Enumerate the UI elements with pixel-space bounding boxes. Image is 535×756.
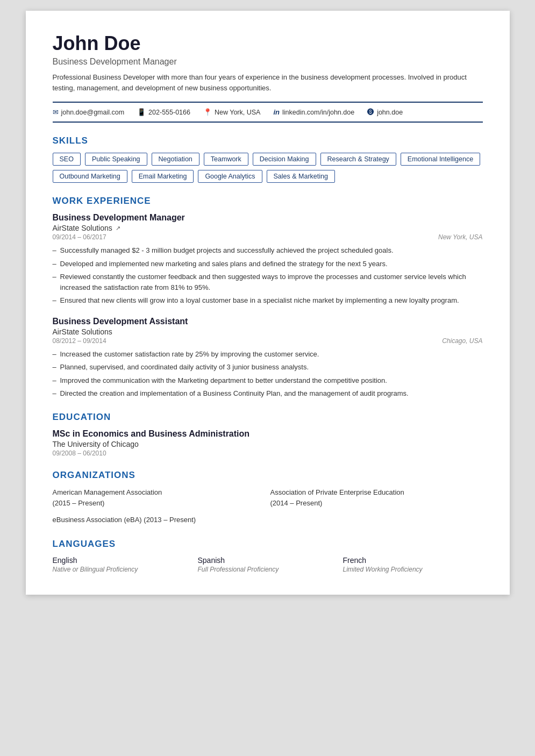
candidate-summary: Professional Business Developer with mor…	[53, 72, 483, 93]
organizations-section: ORGANIZATIONS American Management Associ…	[53, 470, 483, 526]
job-bullets: Increased the customer satisfaction rate…	[53, 349, 483, 399]
contact-email: ✉ john.doe@gmail.com	[53, 108, 125, 116]
org-item: American Management Association (2015 – …	[53, 487, 265, 510]
language-name: Spanish	[198, 556, 338, 565]
work-experience-section: WORK EXPERIENCE Business Development Man…	[53, 196, 483, 399]
education-section: EDUCATION MSc in Economics and Business …	[53, 412, 483, 457]
language-item: FrenchLimited Working Proficiency	[343, 556, 483, 573]
jobs-container: Business Development ManagerAirState Sol…	[53, 213, 483, 399]
education-entry: MSc in Economics and Business Administra…	[53, 429, 483, 457]
orgs-grid: American Management Association (2015 – …	[53, 487, 483, 526]
linkedin-icon: in	[273, 108, 280, 116]
education-title: EDUCATION	[53, 412, 483, 423]
phone-icon: 📱	[137, 108, 146, 116]
job-bullets: Successfully managed $2 - 3 million budg…	[53, 245, 483, 306]
skill-tag: Negotiation	[152, 153, 199, 166]
edu-date: 09/2008 – 06/2010	[53, 450, 483, 457]
job-bullet: Reviewed constantly the customer feedbac…	[53, 272, 483, 293]
job-location: Chicago, USA	[442, 337, 482, 345]
skill-tag: SEO	[53, 153, 81, 166]
skill-tag: Google Analytics	[198, 170, 262, 183]
candidate-title: Business Development Manager	[53, 57, 483, 67]
contact-location: 📍 New York, USA	[203, 108, 260, 116]
location-icon: 📍	[203, 108, 212, 116]
contact-bar: ✉ john.doe@gmail.com 📱 202-555-0166 📍 Ne…	[53, 102, 483, 123]
skype-icon: 🅢	[367, 108, 374, 116]
job-meta: 09/2014 – 06/2017New York, USA	[53, 233, 483, 241]
skill-tag: Teamwork	[204, 153, 248, 166]
skill-tag: Decision Making	[253, 153, 316, 166]
email-icon: ✉	[53, 108, 59, 116]
language-level: Native or Bilingual Proficiency	[53, 566, 192, 573]
skills-container: SEOPublic SpeakingNegotiationTeamworkDec…	[53, 153, 483, 183]
languages-container: EnglishNative or Bilingual ProficiencySp…	[53, 556, 483, 573]
contact-phone: 📱 202-555-0166	[137, 108, 190, 116]
resume-document: John Doe Business Development Manager Pr…	[26, 11, 510, 595]
org-item: Association of Private Enterprise Educat…	[270, 487, 483, 510]
skill-tag: Research & Strategy	[320, 153, 396, 166]
skill-tag: Sales & Marketing	[267, 170, 335, 183]
job-entry: Business Development ManagerAirState Sol…	[53, 213, 483, 306]
contact-skype: 🅢 john.doe	[367, 108, 403, 116]
candidate-name: John Doe	[53, 32, 483, 55]
languages-title: LANGUAGES	[53, 539, 483, 550]
language-level: Full Professional Proficiency	[198, 566, 338, 573]
external-link-icon: ↗	[116, 225, 120, 232]
languages-section: LANGUAGES EnglishNative or Bilingual Pro…	[53, 539, 483, 573]
job-bullet: Improved the communication with the Mark…	[53, 375, 483, 386]
job-bullet: Planned, supervised, and coordinated dai…	[53, 362, 483, 373]
skills-section: SKILLS SEOPublic SpeakingNegotiationTeam…	[53, 135, 483, 183]
contact-linkedin: in linkedin.com/in/john.doe	[273, 108, 354, 116]
skill-tag: Outbound Marketing	[53, 170, 127, 183]
job-bullet: Directed the creation and implementation…	[53, 388, 483, 399]
orgs-container: American Management Association (2015 – …	[53, 487, 483, 526]
job-date: 08/2012 – 09/2014	[53, 337, 106, 345]
language-item: SpanishFull Professional Proficiency	[198, 556, 338, 573]
edu-school: The University of Chicago	[53, 440, 483, 448]
language-item: EnglishNative or Bilingual Proficiency	[53, 556, 192, 573]
skills-title: SKILLS	[53, 135, 483, 146]
org-item: eBusiness Association (eBA) (2013 – Pres…	[53, 515, 265, 526]
job-title: Business Development Assistant	[53, 317, 483, 326]
language-level: Limited Working Proficiency	[343, 566, 483, 573]
language-name: French	[343, 556, 483, 565]
job-location: New York, USA	[438, 233, 482, 241]
work-experience-title: WORK EXPERIENCE	[53, 196, 483, 206]
job-bullet: Increased the customer satisfaction rate…	[53, 349, 483, 360]
job-bullet: Ensured that new clients will grow into …	[53, 295, 483, 306]
job-meta: 08/2012 – 09/2014Chicago, USA	[53, 337, 483, 345]
skill-tag: Email Marketing	[132, 170, 194, 183]
job-company: AirState Solutions ↗	[53, 224, 483, 232]
job-entry: Business Development AssistantAirState S…	[53, 317, 483, 399]
job-bullet: Developed and implemented new marketing …	[53, 259, 483, 269]
job-company: AirState Solutions	[53, 327, 483, 336]
job-title: Business Development Manager	[53, 213, 483, 223]
education-container: MSc in Economics and Business Administra…	[53, 429, 483, 457]
job-bullet: Successfully managed $2 - 3 million budg…	[53, 245, 483, 256]
header-section: John Doe Business Development Manager Pr…	[53, 32, 483, 93]
language-name: English	[53, 556, 192, 565]
skill-tag: Emotional Intelligence	[401, 153, 480, 166]
job-date: 09/2014 – 06/2017	[53, 233, 106, 241]
edu-degree: MSc in Economics and Business Administra…	[53, 429, 483, 439]
organizations-title: ORGANIZATIONS	[53, 470, 483, 481]
skill-tag: Public Speaking	[85, 153, 147, 166]
